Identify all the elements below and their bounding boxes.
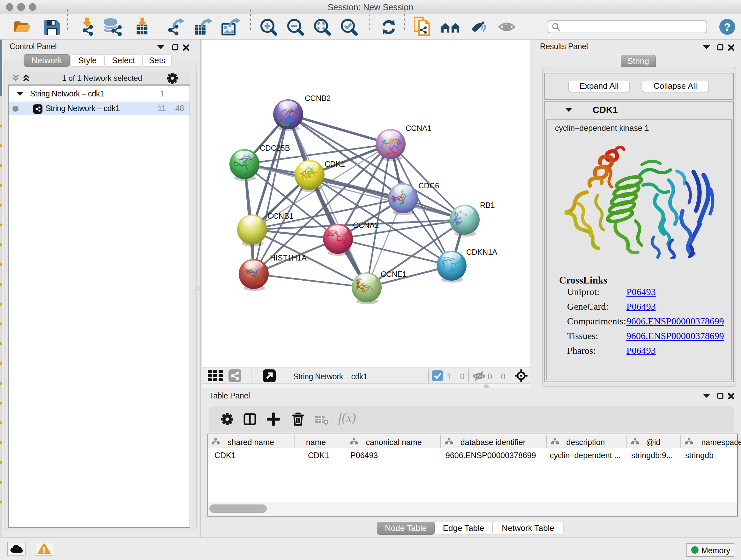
svg-text:CCNA1: CCNA1 — [406, 124, 431, 132]
svg-text:CDK1: CDK1 — [325, 160, 345, 168]
svg-text:CCNA2: CCNA2 — [353, 221, 379, 230]
svg-text:CDC25B: CDC25B — [260, 144, 290, 152]
svg-text:CDKN1A: CDKN1A — [466, 248, 497, 256]
svg-text:HIST1H1A: HIST1H1A — [270, 253, 307, 262]
svg-text:CCNE1: CCNE1 — [381, 270, 407, 278]
svg-text:RB1: RB1 — [480, 201, 495, 209]
svg-text:CCNB2: CCNB2 — [305, 94, 331, 103]
svg-text:CCNB1: CCNB1 — [267, 212, 293, 220]
svg-text:CDC6: CDC6 — [418, 181, 439, 190]
